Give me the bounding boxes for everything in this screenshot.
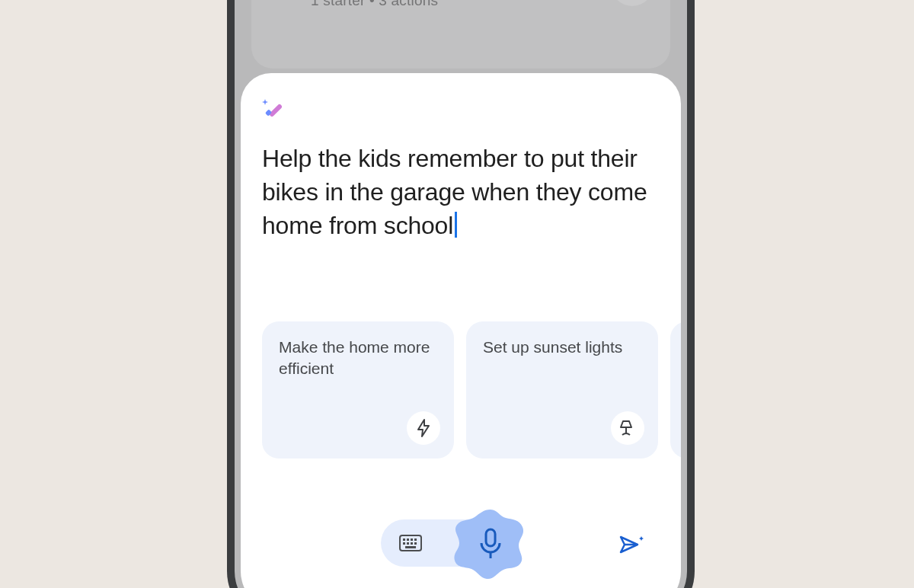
svg-rect-11 [405, 546, 416, 548]
assistant-sheet: Help the kids remember to put their bike… [241, 73, 681, 588]
svg-rect-3 [403, 538, 405, 541]
suggestion-label: Set up sunset lights [483, 338, 622, 356]
suggestion-label: Make the home more efficient [279, 338, 430, 377]
svg-rect-9 [411, 542, 413, 545]
phone-screen: 1 starter • 3 actions Help the kids reme… [235, 0, 687, 588]
routine-icon-placeholder [611, 0, 654, 6]
background-routine-card: 1 starter • 3 actions [251, 0, 670, 69]
mic-button[interactable] [454, 507, 527, 580]
prompt-input[interactable]: Help the kids remember to put their bike… [262, 142, 660, 242]
suggestion-card-play[interactable]: Play something when [670, 321, 681, 459]
action-bar [241, 512, 681, 580]
svg-rect-10 [414, 542, 417, 545]
sparkle-pencil-icon [260, 96, 285, 120]
send-button[interactable] [617, 530, 647, 561]
lamp-icon [611, 411, 644, 445]
routine-meta-text: 1 starter • 3 actions [311, 0, 438, 9]
bolt-icon [407, 411, 440, 445]
suggestion-card-sunset-lights[interactable]: Set up sunset lights [466, 321, 658, 459]
svg-rect-5 [411, 538, 413, 541]
svg-rect-6 [414, 538, 417, 541]
text-cursor [455, 212, 457, 238]
phone-frame: 1 starter • 3 actions Help the kids reme… [227, 0, 695, 588]
keyboard-button[interactable] [398, 533, 423, 553]
input-mode-pill [381, 519, 506, 567]
svg-rect-4 [407, 538, 409, 541]
suggestion-card-efficient[interactable]: Make the home more efficient [262, 321, 454, 459]
svg-rect-8 [407, 542, 409, 545]
svg-rect-0 [269, 104, 283, 117]
suggestion-row: Make the home more efficient Set up suns… [262, 321, 681, 459]
svg-rect-7 [403, 542, 405, 545]
